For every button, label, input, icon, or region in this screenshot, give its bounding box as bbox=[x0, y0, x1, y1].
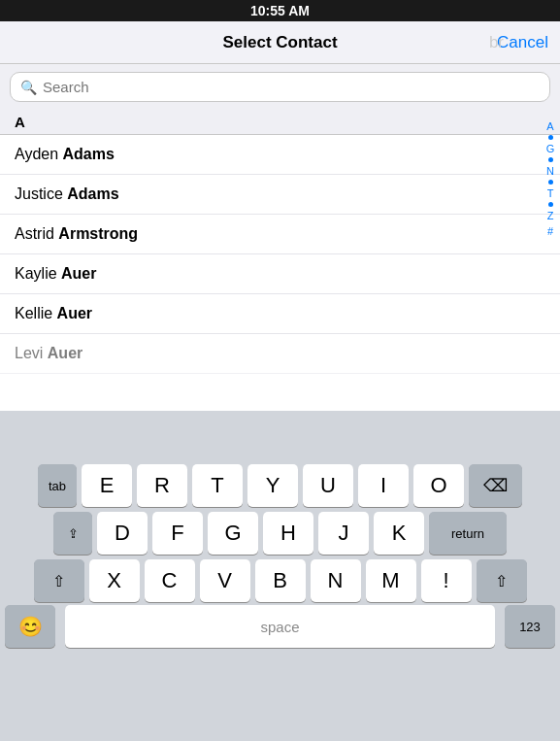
key-shift[interactable]: ⇧ bbox=[34, 559, 84, 602]
index-item-a[interactable]: A bbox=[546, 119, 553, 133]
contact-row[interactable]: Astrid Armstrong bbox=[0, 215, 560, 254]
key-y[interactable]: Y bbox=[247, 464, 298, 507]
contact-row[interactable]: Ayden Adams bbox=[0, 135, 560, 175]
key-j[interactable]: J bbox=[318, 512, 369, 555]
key-f[interactable]: F bbox=[152, 512, 203, 555]
key-u[interactable]: U bbox=[303, 464, 353, 507]
index-dot bbox=[548, 135, 553, 140]
contact-row[interactable]: Levi Auer bbox=[0, 334, 560, 374]
key-i[interactable]: I bbox=[358, 464, 409, 507]
index-item-hash[interactable]: # bbox=[547, 224, 553, 238]
nav-bar: Select Contact Cancel br bbox=[0, 21, 560, 64]
keyboard-row-2: ⇪ D F G H J K return bbox=[3, 512, 557, 555]
contact-row[interactable]: Justice Adams bbox=[0, 175, 560, 215]
keyboard-row-3: ⇧ X C V B N M ! ⇧ bbox=[3, 559, 557, 602]
index-item-t[interactable]: T bbox=[547, 186, 554, 200]
contact-name: Ayden Adams bbox=[15, 146, 115, 163]
key-shift-right[interactable]: ⇧ bbox=[477, 559, 527, 602]
key-t[interactable]: T bbox=[192, 464, 243, 507]
contact-name: Kellie Auer bbox=[15, 305, 92, 322]
keyboard: tab E R T Y U I O ⌫ ⇪ D F G H J K return… bbox=[0, 459, 560, 741]
contact-name: Levi Auer bbox=[15, 345, 82, 362]
key-space[interactable]: space bbox=[65, 605, 495, 648]
search-container: 🔍 bbox=[0, 64, 560, 110]
section-header-a: A bbox=[0, 110, 560, 135]
key-g[interactable]: G bbox=[208, 512, 258, 555]
key-n[interactable]: N bbox=[311, 559, 361, 602]
key-delete[interactable]: ⌫ bbox=[469, 464, 522, 507]
key-v[interactable]: V bbox=[200, 559, 250, 602]
contact-list: A Ayden Adams Justice Adams Astrid Armst… bbox=[0, 110, 560, 411]
key-e[interactable]: E bbox=[82, 464, 132, 507]
nav-right-hint: br bbox=[489, 33, 504, 52]
index-dot bbox=[548, 157, 553, 162]
contact-row[interactable]: Kaylie Auer bbox=[0, 254, 560, 294]
index-item-z[interactable]: Z bbox=[547, 209, 554, 222]
status-time: 10:55 AM bbox=[250, 3, 310, 18]
key-m[interactable]: M bbox=[366, 559, 416, 602]
search-bar[interactable]: 🔍 bbox=[10, 72, 550, 102]
contact-name: Justice Adams bbox=[15, 185, 119, 203]
key-h[interactable]: H bbox=[263, 512, 313, 555]
key-exclaim[interactable]: ! bbox=[421, 559, 472, 602]
nav-title: Select Contact bbox=[222, 33, 337, 52]
key-caps[interactable]: ⇪ bbox=[53, 512, 92, 555]
keyboard-row-1: tab E R T Y U I O ⌫ bbox=[3, 464, 557, 507]
index-sidebar: A G N T Z # bbox=[541, 110, 560, 411]
keyboard-bottom-bar: 😊 space 123 bbox=[0, 607, 560, 646]
index-dot bbox=[548, 180, 553, 185]
cancel-button[interactable]: Cancel bbox=[497, 33, 548, 52]
key-k[interactable]: K bbox=[374, 512, 424, 555]
key-tab[interactable]: tab bbox=[38, 464, 77, 507]
key-b[interactable]: B bbox=[255, 559, 306, 602]
key-emoji[interactable]: 😊 bbox=[5, 605, 55, 648]
index-item-g[interactable]: G bbox=[546, 142, 555, 155]
key-o[interactable]: O bbox=[413, 464, 464, 507]
search-icon: 🔍 bbox=[20, 80, 37, 95]
key-d[interactable]: D bbox=[97, 512, 148, 555]
contact-name: Astrid Armstrong bbox=[15, 225, 138, 243]
key-123[interactable]: 123 bbox=[505, 605, 555, 648]
key-return[interactable]: return bbox=[429, 512, 507, 555]
index-dot bbox=[548, 202, 553, 207]
contact-name: Kaylie Auer bbox=[15, 265, 96, 283]
key-x[interactable]: X bbox=[89, 559, 140, 602]
search-input[interactable] bbox=[43, 79, 540, 95]
index-item-n[interactable]: N bbox=[546, 164, 554, 178]
contact-row[interactable]: Kellie Auer bbox=[0, 294, 560, 334]
status-bar: 10:55 AM bbox=[0, 0, 560, 21]
key-r[interactable]: R bbox=[137, 464, 187, 507]
key-c[interactable]: C bbox=[145, 559, 195, 602]
